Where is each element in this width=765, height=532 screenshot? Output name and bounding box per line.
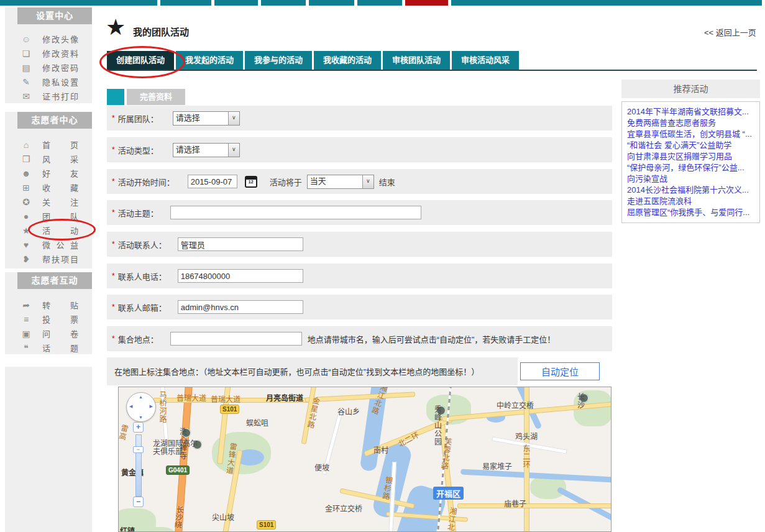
sidebar-item[interactable]: ✉ 证书打印 [5,89,92,103]
contact-input[interactable] [178,237,303,251]
required-mark: * [112,208,115,217]
poi-label: 长沙 [577,393,590,410]
map-pan-control[interactable]: ▲ ▼ ◀ ▶ [126,392,156,422]
map-label: 月亮岛街道 [266,392,303,403]
tab[interactable]: 我发起的活动 [176,51,243,70]
sidebar-item-label: 活动 [42,224,78,236]
team-select[interactable]: 请选择 ∨ [173,111,240,126]
sidebar-item-icon: ❒ [20,154,32,164]
tab[interactable]: 创建团队活动 [107,51,174,70]
sidebar-item[interactable]: ❏ 修改资料 [5,46,92,60]
sidebar-item-label: 问卷 [42,328,78,339]
location-hint: 地点请带城市名，输入后可尝试点击“自动定位”，若失败请手工定位！ [308,333,556,345]
tab[interactable]: 我参与的活动 [245,51,312,70]
sidebar-item-label: 修改资料 [42,47,78,59]
sidebar-item-icon: ✪ [20,197,32,207]
end-day-select[interactable]: 当天 ∨ [307,175,374,189]
form-row-phone: * 联系人电话： [107,264,612,288]
end-label: 结束 [379,176,395,188]
calendar-icon[interactable]: 12 [245,176,257,188]
pan-right-icon[interactable]: ▶ [150,404,153,409]
form-row-start-time: * 活动开始时间： 12 活动将于 当天 ∨ 结束 [107,169,612,194]
topic-label: 活动主题： [118,207,170,219]
location-input[interactable] [170,332,302,346]
map-label: 普瑞大道 [211,393,240,404]
map-canvas[interactable]: 马桥河路普瑞大道普瑞大道月亮岛街道蜈蚣咀谷山乡金星北路雷锋大道便坡尖山坡黄金镇红… [118,387,612,532]
team-select-value: 请选择 [173,112,228,125]
sidebar-item-icon: ● [20,211,32,221]
sidebar-item-label: 修改密码 [42,62,78,73]
sidebar-item[interactable]: ★ 活动 [5,223,92,237]
map-label: 金环立交桥 [325,503,362,513]
sidebar-section-interaction: 志愿者互动 ➦ 转贴 ≡ 投票 ▣ 问卷 ❝ 话题 [5,272,92,354]
sidebar-item[interactable]: ❒ 风采 [5,152,92,166]
chevron-down-icon[interactable]: ∨ [362,175,373,188]
recommend-link[interactable]: 向甘肃漳县灾区捐赠学习用品 [627,151,754,162]
sidebar-item[interactable]: ✎ 隐私设置 [5,75,92,89]
sidebar-item[interactable]: ☺ 修改头像 [5,32,92,46]
map-road [305,392,415,402]
recommend-link[interactable]: “和谐社会 爱心满天”公益助学 [627,140,754,151]
top-nav-item[interactable] [160,0,211,6]
tab-complete-profile[interactable]: 完善资料 [127,89,185,105]
location-label: 集合地点： [118,333,170,345]
sidebar-item-label: 话题 [42,342,78,354]
recommend-link[interactable]: 走进五医院流浪科 [627,196,754,207]
top-nav-item[interactable] [214,0,258,6]
tab[interactable]: 审核活动风采 [452,51,519,70]
top-nav-item[interactable] [357,0,403,6]
auto-locate-button[interactable]: 自动定位 [520,362,600,380]
sidebar-item-label: 风采 [42,153,78,165]
map-label: S101 [257,520,276,530]
sidebar-header-settings: 设置中心 [17,7,92,24]
map-label: 蜈蚣咀 [246,417,268,428]
sidebar-item-label: 首页 [42,139,78,150]
top-nav-item[interactable] [309,0,354,6]
zoom-in-button[interactable]: + [133,422,144,433]
sidebar-item-label: 修改头像 [42,33,78,45]
top-nav-item[interactable] [261,0,306,6]
sidebar-item[interactable]: ➦ 转贴 [5,298,92,312]
recommend-link[interactable]: 屈原管理区“你我携手、与爱同行... [627,207,754,218]
sidebar-item[interactable]: ♥ 微公益 [5,237,92,252]
sidebar-item[interactable]: ≡ 投票 [5,312,92,326]
recommend-link[interactable]: 向污染宣战 [627,173,754,185]
type-select[interactable]: 请选择 ∨ [173,143,240,157]
sidebar-item[interactable]: ❥ 帮扶项目 [5,252,92,266]
recommend-link[interactable]: 免费两癌普查志愿者服务 [627,117,754,129]
sidebar-item[interactable]: ● 团队 [5,209,92,223]
zoom-out-button[interactable]: − [133,497,144,507]
recommend-link[interactable]: “保护母亲河，绿色环保行”公益... [627,162,754,173]
sidebar-item[interactable]: ❝ 话题 [5,341,92,355]
sidebar-item[interactable]: ⊞ 收藏 [5,180,92,195]
phone-input[interactable] [178,269,303,283]
sidebar-item[interactable]: ⌂ 首页 [5,137,92,152]
tab[interactable]: 我收藏的活动 [314,51,381,70]
map-label: 南村 [373,444,388,455]
top-nav-item[interactable] [405,0,448,6]
back-link[interactable]: << 返回上一页 [704,26,756,38]
recommend-link[interactable]: 2014年下半年湖南省文联招募文... [627,106,754,117]
zoom-slider-track[interactable] [135,434,142,497]
chevron-down-icon[interactable]: ∨ [228,144,239,157]
topic-input[interactable] [170,206,421,219]
zoom-slider-handle[interactable]: − [133,446,144,453]
email-input[interactable] [178,300,303,314]
tab[interactable]: 审核团队活动 [383,51,450,70]
chevron-down-icon[interactable]: ∨ [228,112,239,125]
sidebar-item[interactable]: ▣ 问卷 [5,326,92,341]
pan-left-icon[interactable]: ◀ [129,404,132,409]
pan-up-icon[interactable]: ▲ [139,395,143,399]
sidebar-item[interactable]: ✪ 关注 [5,195,92,209]
sidebar-item[interactable]: ▤ 修改密码 [5,60,92,75]
start-date-input[interactable] [188,175,237,188]
sidebar-item-label: 收藏 [42,181,78,193]
top-nav-item[interactable] [0,0,157,6]
map-label: 谷山乡 [337,406,360,416]
recommend-link[interactable]: 宜章县享低碳生活，创文明县城 “... [627,129,754,140]
pan-down-icon[interactable]: ▼ [139,415,143,420]
sidebar-item[interactable]: ☻ 好友 [5,166,92,180]
top-nav-item[interactable] [451,0,762,6]
sidebar-item-icon: ❥ [20,254,32,264]
recommend-link[interactable]: 2014长沙社会福利院第十六次义... [627,185,754,196]
